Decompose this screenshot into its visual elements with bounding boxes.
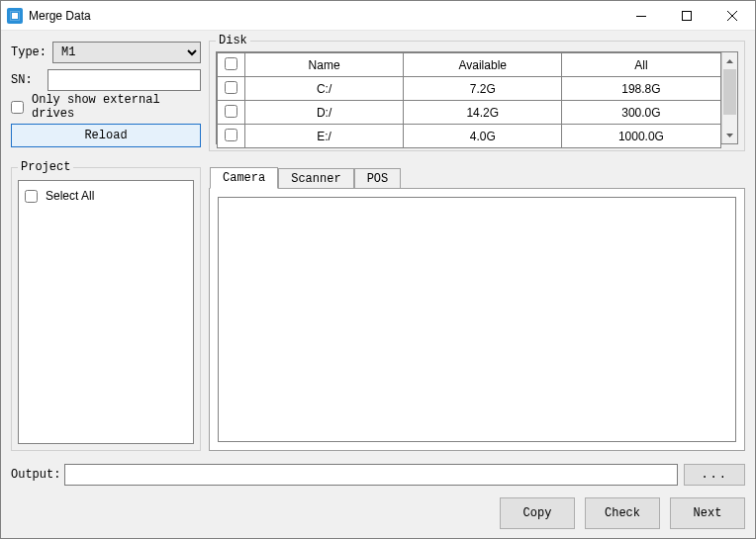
options-panel: Type: M1 SN: Only show external drives R… bbox=[11, 41, 201, 151]
title-bar: Merge Data bbox=[1, 1, 755, 31]
disk-row[interactable]: E:/ 4.0G 1000.0G bbox=[218, 125, 721, 148]
tabbar: Camera Scanner POS bbox=[209, 167, 745, 188]
disk-row[interactable]: C:/ 7.2G 198.8G bbox=[218, 77, 721, 101]
disk-cell-all: 1000.0G bbox=[562, 125, 720, 148]
disk-col-available[interactable]: Available bbox=[404, 53, 562, 77]
client-area: Type: M1 SN: Only show external drives R… bbox=[1, 31, 755, 538]
disk-row-checkbox[interactable] bbox=[225, 129, 237, 141]
app-icon bbox=[7, 8, 23, 24]
only-external-checkbox-row[interactable]: Only show external drives bbox=[11, 96, 201, 118]
disk-cell-name: D:/ bbox=[245, 101, 404, 125]
tab-pane bbox=[209, 188, 745, 451]
svg-line-6 bbox=[727, 11, 737, 21]
tabs-panel: Camera Scanner POS bbox=[209, 167, 745, 451]
tab-camera[interactable]: Camera bbox=[210, 167, 278, 189]
disk-cell-all: 300.0G bbox=[562, 101, 720, 125]
reload-button[interactable]: Reload bbox=[11, 124, 201, 147]
output-browse-button[interactable]: ... bbox=[684, 464, 745, 486]
disk-scrollbar[interactable] bbox=[721, 52, 738, 143]
action-buttons: Copy Check Next bbox=[11, 496, 745, 530]
scroll-up-icon[interactable] bbox=[722, 52, 738, 69]
svg-rect-5 bbox=[683, 11, 692, 20]
sn-input[interactable] bbox=[47, 69, 201, 91]
project-list: Select All bbox=[18, 180, 194, 444]
project-select-all-label: Select All bbox=[46, 189, 94, 203]
disk-header-row: Name Available All bbox=[218, 53, 721, 77]
disk-legend: Disk bbox=[216, 34, 250, 47]
maximize-button[interactable] bbox=[664, 1, 709, 31]
disk-group: Disk Name Available All C:/ 7. bbox=[209, 41, 745, 151]
project-select-all-checkbox[interactable] bbox=[25, 190, 38, 203]
output-row: Output: ... bbox=[11, 463, 745, 487]
project-select-all-row[interactable]: Select All bbox=[25, 185, 187, 207]
tab-content-box bbox=[218, 197, 736, 442]
output-input[interactable] bbox=[64, 464, 678, 486]
scroll-down-icon[interactable] bbox=[722, 127, 738, 143]
disk-select-all-checkbox[interactable] bbox=[225, 57, 237, 70]
disk-cell-all: 198.8G bbox=[562, 77, 720, 101]
only-external-label: Only show external drives bbox=[32, 93, 201, 121]
disk-table: Name Available All C:/ 7.2G 198.8G D:/ 1… bbox=[217, 52, 721, 148]
type-label: Type: bbox=[11, 45, 52, 59]
next-button[interactable]: Next bbox=[670, 497, 745, 529]
disk-row-checkbox[interactable] bbox=[225, 81, 237, 94]
disk-cell-available: 4.0G bbox=[404, 125, 562, 148]
disk-cell-name: E:/ bbox=[245, 125, 404, 148]
sn-label: SN: bbox=[11, 73, 47, 87]
only-external-checkbox[interactable] bbox=[11, 101, 24, 114]
project-group: Project Select All bbox=[11, 167, 201, 451]
output-label: Output: bbox=[11, 468, 58, 482]
project-legend: Project bbox=[18, 160, 73, 174]
svg-line-7 bbox=[727, 11, 737, 21]
window-title: Merge Data bbox=[29, 9, 91, 23]
type-select[interactable]: M1 bbox=[52, 42, 201, 63]
close-button[interactable] bbox=[709, 1, 755, 31]
disk-col-name[interactable]: Name bbox=[245, 53, 404, 77]
check-button[interactable]: Check bbox=[585, 497, 660, 529]
scroll-thumb[interactable] bbox=[723, 69, 737, 115]
disk-row-checkbox[interactable] bbox=[225, 105, 237, 118]
tab-pos[interactable]: POS bbox=[354, 168, 402, 188]
tab-scanner[interactable]: Scanner bbox=[278, 168, 353, 188]
disk-row[interactable]: D:/ 14.2G 300.0G bbox=[218, 101, 721, 125]
disk-col-all[interactable]: All bbox=[562, 53, 720, 77]
disk-cell-available: 7.2G bbox=[404, 77, 562, 101]
disk-cell-available: 14.2G bbox=[404, 101, 562, 125]
minimize-button[interactable] bbox=[618, 1, 664, 31]
disk-cell-name: C:/ bbox=[245, 77, 404, 101]
svg-rect-3 bbox=[12, 13, 18, 19]
copy-button[interactable]: Copy bbox=[500, 497, 575, 529]
